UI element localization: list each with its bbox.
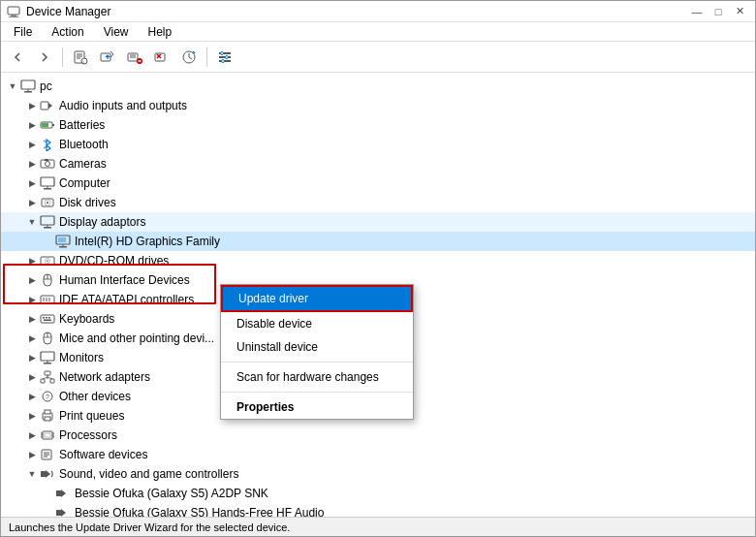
tree-item-sound[interactable]: ▼ Sound, video and game controllers (1, 464, 755, 484)
toolbar: i (1, 42, 755, 73)
title-bar-left: Device Manager (7, 5, 110, 18)
tree-item-bessie1[interactable]: ▶ Bessie Ofuka (Galaxy S5) A2DP SNK (1, 484, 755, 503)
expand-processors[interactable]: ▶ (24, 427, 40, 443)
tree-item-pc[interactable]: ▼ pc (1, 77, 755, 96)
svg-rect-0 (8, 7, 19, 15)
tree-label-hid: Human Interface Devices (59, 273, 190, 287)
svg-rect-45 (44, 227, 51, 229)
svg-rect-71 (45, 371, 50, 375)
menu-help[interactable]: Help (140, 22, 181, 42)
toolbar-update-driver[interactable] (95, 45, 120, 70)
svg-rect-27 (24, 91, 32, 93)
svg-rect-81 (45, 417, 50, 421)
tree-item-bessie2[interactable]: ▶ Bessie Ofuka (Galaxy S5) Hands-Free HF… (1, 503, 755, 517)
menu-action[interactable]: Action (43, 22, 92, 42)
display-icon (40, 214, 55, 230)
expand-batteries[interactable]: ▶ (24, 117, 40, 133)
svg-rect-43 (41, 216, 54, 225)
toolbar-properties[interactable]: i (68, 45, 93, 70)
toolbar-forward[interactable] (32, 45, 57, 70)
svg-point-42 (47, 202, 48, 204)
expand-pc[interactable]: ▼ (5, 79, 20, 94)
window-title: Device Manager (26, 5, 110, 18)
expand-dvd[interactable]: ▶ (24, 253, 40, 268)
svg-rect-94 (41, 471, 46, 477)
tree-label-cameras: Cameras (59, 157, 107, 171)
ctx-disable-device[interactable]: Disable device (221, 312, 413, 335)
expand-diskdrives[interactable]: ▶ (24, 195, 40, 210)
toolbar-uninstall[interactable] (149, 45, 174, 70)
svg-rect-83 (45, 433, 50, 437)
toolbar-disable[interactable] (122, 45, 147, 70)
expand-computer[interactable]: ▶ (24, 175, 40, 191)
expand-other[interactable]: ▶ (24, 389, 40, 404)
expand-audio[interactable]: ▶ (24, 98, 40, 113)
expand-mice[interactable]: ▶ (24, 331, 40, 346)
expand-cameras[interactable]: ▶ (24, 156, 40, 172)
svg-rect-36 (45, 159, 48, 161)
maximize-button[interactable]: □ (709, 4, 728, 19)
tree-item-diskdrives[interactable]: ▶ Disk drives (1, 193, 755, 212)
device-manager-icon (7, 5, 20, 18)
svg-line-75 (43, 377, 47, 379)
toolbar-sep2 (206, 47, 207, 67)
tree-item-software[interactable]: ▶ Software devices (1, 445, 755, 464)
svg-point-24 (222, 59, 225, 62)
tree-item-displayadaptors[interactable]: ▼ Display adaptors (1, 212, 755, 232)
tree-item-computer[interactable]: ▶ Computer (1, 174, 755, 193)
svg-rect-70 (44, 363, 51, 364)
battery-icon (40, 117, 55, 133)
svg-rect-64 (44, 320, 51, 322)
expand-ide[interactable]: ▶ (24, 292, 40, 307)
expand-bluetooth[interactable]: ▶ (24, 137, 40, 152)
ctx-sep2 (221, 392, 413, 393)
tree-label-dvd: DVD/CD-ROM drives (59, 254, 169, 268)
tree-item-audio[interactable]: ▶ Audio inputs and outputs (1, 96, 755, 115)
tree-label-bluetooth: Bluetooth (59, 138, 109, 151)
svg-rect-63 (48, 317, 50, 319)
ctx-scan-hardware[interactable]: Scan for hardware changes (221, 365, 413, 389)
menu-file[interactable]: File (5, 22, 41, 42)
tree-item-batteries[interactable]: ▶ Batteries (1, 115, 755, 135)
expand-displayadaptors[interactable]: ▼ (24, 214, 40, 230)
svg-rect-96 (56, 510, 61, 516)
expand-monitors[interactable]: ▶ (24, 350, 40, 365)
expand-print[interactable]: ▶ (24, 408, 40, 424)
ctx-sep1 (221, 362, 413, 363)
keyboard-icon (40, 311, 55, 327)
toolbar-sep1 (62, 47, 63, 67)
svg-rect-37 (41, 177, 54, 186)
tree-item-bluetooth[interactable]: ▶ Bluetooth (1, 135, 755, 154)
tree-item-dvd[interactable]: ▶ DVD/CD-ROM drives (1, 251, 755, 270)
tree-label-pc: pc (40, 79, 52, 93)
ctx-update-driver[interactable]: Update driver (221, 285, 413, 312)
tree-label-mice: Mice and other pointing devi... (59, 332, 214, 345)
tree-label-software: Software devices (59, 448, 147, 461)
toolbar-scan[interactable] (176, 45, 202, 70)
svg-rect-82 (43, 431, 52, 439)
minimize-button[interactable]: — (687, 4, 707, 19)
tree-item-intelhd[interactable]: ▶ Intel(R) HD Graphics Family (1, 232, 755, 251)
expand-keyboards[interactable]: ▶ (24, 311, 40, 327)
expand-network[interactable]: ▶ (24, 369, 40, 385)
toolbar-customize[interactable] (212, 45, 237, 70)
disk-icon (40, 195, 55, 210)
other-icon: ? (40, 389, 55, 404)
toolbar-back[interactable] (5, 45, 30, 70)
svg-rect-39 (44, 188, 51, 190)
expand-sound[interactable]: ▼ (24, 466, 40, 482)
ctx-scan-label: Scan for hardware changes (236, 370, 379, 384)
tree-item-processors[interactable]: ▶ Processors (1, 426, 755, 445)
title-controls: — □ ✕ (687, 4, 749, 19)
menu-bar: File Action View Help (1, 22, 755, 42)
tree-item-cameras[interactable]: ▶ Cameras (1, 154, 755, 174)
ctx-uninstall-label: Uninstall device (236, 340, 318, 354)
svg-rect-31 (42, 123, 48, 127)
expand-hid[interactable]: ▶ (24, 272, 40, 288)
close-button[interactable]: ✕ (730, 4, 749, 19)
ctx-uninstall-device[interactable]: Uninstall device (221, 335, 413, 359)
svg-rect-80 (45, 410, 50, 414)
menu-view[interactable]: View (95, 22, 138, 42)
expand-software[interactable]: ▶ (24, 447, 40, 462)
ctx-properties[interactable]: Properties (221, 395, 413, 419)
